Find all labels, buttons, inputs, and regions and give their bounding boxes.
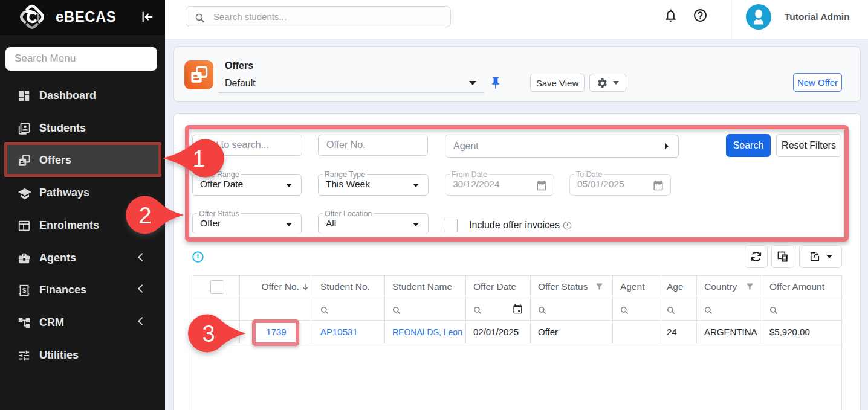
svg-text:3: 3 (202, 321, 215, 347)
svg-text:$: $ (22, 287, 26, 294)
svg-text:2: 2 (138, 203, 151, 228)
svg-text:1: 1 (192, 146, 205, 171)
